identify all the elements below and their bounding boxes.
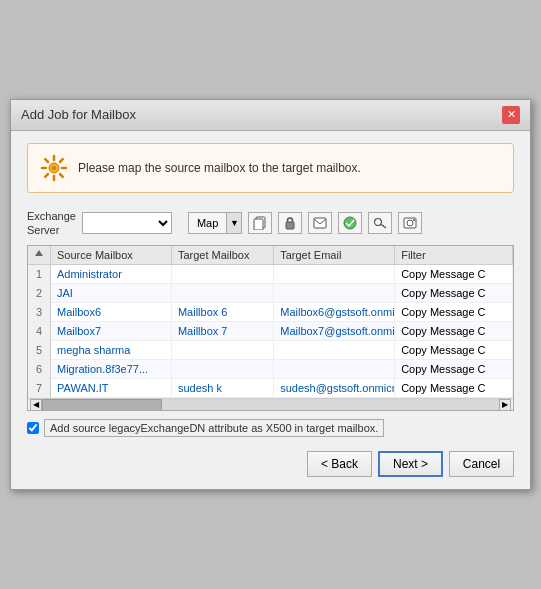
scroll-track[interactable] <box>42 399 499 411</box>
col-email[interactable]: Target Email <box>274 246 395 265</box>
row-target: sudesh k <box>171 379 273 398</box>
svg-line-10 <box>383 225 384 226</box>
mailbox-table: Source Mailbox Target Mailbox Target Ema… <box>28 246 513 398</box>
row-source: Mailbox6 <box>51 303 172 322</box>
table-row[interactable]: 5 megha sharma Copy Message C <box>28 341 513 360</box>
row-filter: Copy Message C <box>395 379 513 398</box>
map-main-button[interactable]: Map <box>188 212 226 234</box>
table-header-row: Source Mailbox Target Mailbox Target Ema… <box>28 246 513 265</box>
row-email <box>274 360 395 379</box>
row-source: Mailbox7 <box>51 322 172 341</box>
key-icon <box>373 216 387 230</box>
horizontal-scrollbar[interactable]: ◀ ▶ <box>28 398 513 410</box>
row-filter: Copy Message C <box>395 322 513 341</box>
map-dropdown-button[interactable]: ▼ <box>226 212 242 234</box>
row-target: Maillbox 6 <box>171 303 273 322</box>
copy-icon <box>253 216 267 230</box>
toolbar-lock-button[interactable] <box>278 212 302 234</box>
svg-point-7 <box>344 217 356 229</box>
gear-icon <box>40 154 68 182</box>
row-num: 6 <box>28 360 51 379</box>
map-button-group[interactable]: Map ▼ <box>188 212 242 234</box>
row-num: 4 <box>28 322 51 341</box>
back-button[interactable]: < Back <box>307 451 372 477</box>
window-body: Please map the source mailbox to the tar… <box>11 131 530 490</box>
toolbar-key-button[interactable] <box>368 212 392 234</box>
table-row[interactable]: 6 Migration.8f3e77... Copy Message C <box>28 360 513 379</box>
scroll-thumb[interactable] <box>42 399 162 411</box>
toolbar-check-button[interactable] <box>338 212 362 234</box>
scroll-right-button[interactable]: ▶ <box>499 399 511 411</box>
row-email <box>274 265 395 284</box>
window-title: Add Job for Mailbox <box>21 107 136 122</box>
svg-point-13 <box>413 219 415 221</box>
table-row[interactable]: 2 JAI Copy Message C <box>28 284 513 303</box>
table-row[interactable]: 4 Mailbox7 Maillbox 7 Mailbox7@gstsoft.o… <box>28 322 513 341</box>
toolbar-copy-button[interactable] <box>248 212 272 234</box>
col-num <box>28 246 51 265</box>
row-target <box>171 265 273 284</box>
row-num: 3 <box>28 303 51 322</box>
info-text: Please map the source mailbox to the tar… <box>78 161 361 175</box>
sort-icon <box>34 249 44 259</box>
table-row[interactable]: 3 Mailbox6 Maillbox 6 Mailbox6@gstsoft.o… <box>28 303 513 322</box>
row-source: Administrator <box>51 265 172 284</box>
row-target: Maillbox 7 <box>171 322 273 341</box>
legacy-checkbox[interactable] <box>27 422 39 434</box>
footer-buttons: < Back Next > Cancel <box>27 451 514 477</box>
row-email: Mailbox6@gstsoft.onmicros... <box>274 303 395 322</box>
svg-rect-6 <box>314 218 326 228</box>
checkbox-label[interactable]: Add source legacyExchangeDN attribute as… <box>44 419 384 437</box>
exchange-server-select[interactable] <box>82 212 172 234</box>
exchange-label: Exchange Server <box>27 209 76 238</box>
row-source: megha sharma <box>51 341 172 360</box>
next-button[interactable]: Next > <box>378 451 443 477</box>
row-filter: Copy Message C <box>395 360 513 379</box>
svg-marker-14 <box>35 250 43 256</box>
row-filter: Copy Message C <box>395 284 513 303</box>
row-filter: Copy Message C <box>395 265 513 284</box>
title-bar: Add Job for Mailbox ✕ <box>11 100 530 131</box>
row-num: 7 <box>28 379 51 398</box>
mailbox-table-container: Source Mailbox Target Mailbox Target Ema… <box>27 245 514 411</box>
checkbox-row: Add source legacyExchangeDN attribute as… <box>27 419 514 437</box>
svg-rect-5 <box>286 222 294 229</box>
row-target <box>171 341 273 360</box>
table-body: 1 Administrator Copy Message C 2 JAI Cop… <box>28 265 513 398</box>
svg-rect-4 <box>254 219 263 230</box>
row-email <box>274 341 395 360</box>
photo-icon <box>403 216 417 230</box>
info-banner: Please map the source mailbox to the tar… <box>27 143 514 193</box>
check-circle-icon <box>343 216 357 230</box>
row-source: Migration.8f3e77... <box>51 360 172 379</box>
email-icon <box>313 217 327 229</box>
row-email: sudesh@gstsoft.onmicrosoft... <box>274 379 395 398</box>
row-source: PAWAN.IT <box>51 379 172 398</box>
row-filter: Copy Message C <box>395 341 513 360</box>
exchange-row: Exchange Server Map ▼ <box>27 209 514 238</box>
main-window: Add Job for Mailbox ✕ Please map the sou… <box>10 99 531 491</box>
row-num: 5 <box>28 341 51 360</box>
row-filter: Copy Message C <box>395 303 513 322</box>
row-num: 2 <box>28 284 51 303</box>
table-row[interactable]: 1 Administrator Copy Message C <box>28 265 513 284</box>
close-button[interactable]: ✕ <box>502 106 520 124</box>
row-num: 1 <box>28 265 51 284</box>
col-filter[interactable]: Filter <box>395 246 513 265</box>
table-row[interactable]: 7 PAWAN.IT sudesh k sudesh@gstsoft.onmic… <box>28 379 513 398</box>
row-target <box>171 360 273 379</box>
col-source[interactable]: Source Mailbox <box>51 246 172 265</box>
cancel-button[interactable]: Cancel <box>449 451 514 477</box>
row-email <box>274 284 395 303</box>
toolbar-email-button[interactable] <box>308 212 332 234</box>
toolbar-photo-button[interactable] <box>398 212 422 234</box>
row-target <box>171 284 273 303</box>
lock-icon <box>283 216 297 230</box>
row-email: Mailbox7@gstsoft.onmicros... <box>274 322 395 341</box>
scroll-left-button[interactable]: ◀ <box>30 399 42 411</box>
row-source: JAI <box>51 284 172 303</box>
svg-point-2 <box>52 166 56 170</box>
col-target[interactable]: Target Mailbox <box>171 246 273 265</box>
